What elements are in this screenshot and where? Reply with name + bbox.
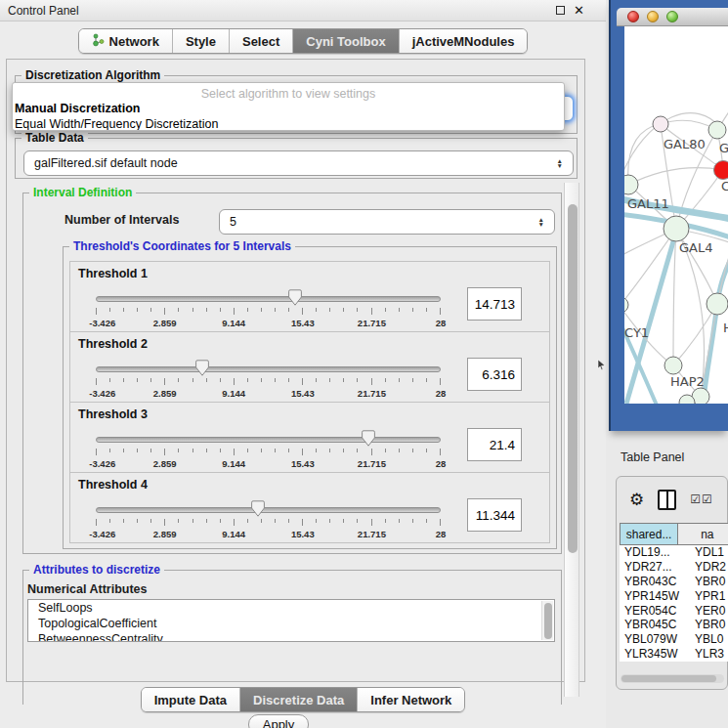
tab-discretize-data[interactable]: Discretize Data	[239, 688, 357, 711]
tick-mark	[164, 519, 165, 526]
network-edge[interactable]	[624, 229, 676, 306]
network-node[interactable]	[707, 293, 728, 315]
slider-track[interactable]	[96, 507, 441, 513]
name-cell[interactable]: YLR3	[691, 647, 728, 661]
minimize-traffic-light-icon[interactable]	[647, 11, 659, 22]
table-row[interactable]: YBL079WYBL0	[620, 632, 728, 647]
name-cell[interactable]: YBL0	[691, 632, 728, 646]
threshold-slider[interactable]: -3.4262.8599.14415.4321.71528	[96, 362, 441, 401]
table-row[interactable]: YBR045CYBR0	[620, 618, 728, 632]
name-cell[interactable]: YBR0	[691, 575, 728, 588]
network-node[interactable]	[708, 121, 726, 139]
name-cell[interactable]: YPR1	[691, 589, 728, 603]
scrollbar-thumb[interactable]	[568, 204, 578, 553]
threshold-slider[interactable]: -3.4262.8599.14415.4321.71528	[96, 432, 441, 471]
threshold-row-2: Threshold 2 -3.4262.8599.14415.4321.7152…	[69, 331, 550, 403]
slider-track[interactable]	[96, 296, 441, 302]
float-window-icon[interactable]	[556, 6, 565, 15]
tab-label: Impute Data	[154, 693, 227, 707]
network-node-label: GCY1	[624, 325, 649, 340]
close-traffic-light-icon[interactable]	[627, 11, 639, 22]
settings-scrollbar[interactable]	[564, 183, 579, 697]
table-data-combobox[interactable]: galFiltered.sif default node ▲▼	[23, 150, 574, 176]
popup-option-manual-discretization[interactable]: Manual Discretization	[13, 101, 564, 116]
threshold-value-field[interactable]: 14.713	[467, 287, 522, 321]
popup-option-equal-width-frequency[interactable]: Equal Width/Frequency Discretization	[13, 116, 564, 131]
network-canvas[interactable]: GAL80G.GAL11CGAL4GCY1HHAP2	[624, 26, 728, 404]
network-node[interactable]	[664, 357, 682, 374]
tab-select[interactable]: Select	[229, 29, 292, 53]
threshold-value-field[interactable]: 21.4	[467, 428, 522, 461]
shared-name-cell[interactable]: YER054C	[620, 604, 691, 618]
shared-name-cell[interactable]: YPR145W	[620, 589, 691, 603]
scale-tick-label: 9.144	[222, 529, 245, 539]
threshold-slider[interactable]: -3.4262.8599.14415.4321.71528	[96, 291, 441, 330]
zoom-traffic-light-icon[interactable]	[666, 11, 678, 22]
name-cell[interactable]: YDR2	[691, 560, 728, 574]
network-node[interactable]	[714, 161, 728, 180]
table-row[interactable]: YLR345WYLR3	[620, 647, 728, 662]
shared-name-cell[interactable]: YBR045C	[620, 618, 691, 631]
table-horizontal-scrollbar[interactable]	[621, 674, 724, 683]
shared-name-cell[interactable]: YLR345W	[620, 647, 691, 661]
tab-style[interactable]: Style	[172, 29, 229, 53]
table-row[interactable]: YPR145WYPR1	[620, 588, 728, 603]
name-cell[interactable]: YDL1	[691, 545, 728, 559]
name-cell[interactable]: YBR0	[691, 618, 728, 631]
table-row[interactable]: YDR27...YDR2	[620, 560, 728, 575]
network-edge[interactable]	[673, 229, 676, 365]
tick-mark	[385, 519, 386, 523]
shared-name-cell[interactable]: YBR043C	[620, 575, 691, 588]
tab-cyni-toolbox[interactable]: Cyni Toolbox	[292, 29, 398, 53]
threshold-value-field[interactable]: 11.344	[467, 498, 522, 532]
slider-track[interactable]	[96, 366, 441, 372]
column-header-name[interactable]: na	[677, 523, 728, 545]
split-columns-icon[interactable]	[658, 490, 676, 510]
tab-impute-data[interactable]: Impute Data	[142, 688, 239, 711]
table-row[interactable]: YER054CYER0	[620, 603, 728, 618]
threshold-slider[interactable]: -3.4262.8599.14415.4321.71528	[96, 502, 441, 541]
scale-tick-label: 15.43	[291, 458, 315, 469]
tick-mark	[316, 378, 317, 382]
shared-name-cell[interactable]: YDR27...	[620, 560, 691, 574]
scale-tick-label: 15.43	[291, 318, 315, 328]
select-columns-icon[interactable]: ☑☑	[690, 492, 713, 506]
network-window-titlebar[interactable]	[617, 8, 728, 26]
network-node[interactable]	[624, 297, 628, 313]
slider-thumb[interactable]	[251, 500, 265, 517]
threshold-value-field[interactable]: 6.316	[467, 358, 522, 391]
apply-button[interactable]: Apply	[248, 714, 309, 728]
number-of-intervals-combobox[interactable]: 5 ▲▼	[219, 209, 555, 235]
table-row[interactable]: YDL19...YDL1	[620, 545, 728, 560]
threshold-row-4: Threshold 4 -3.4262.8599.14415.4321.7152…	[69, 472, 550, 543]
numerical-attributes-list[interactable]: SelfLoopsTopologicalCoefficientBetweenne…	[27, 599, 555, 642]
slider-thumb[interactable]	[362, 430, 375, 447]
tab-infer-network[interactable]: Infer Network	[357, 688, 464, 711]
slider-thumb[interactable]	[288, 289, 302, 306]
network-view-window[interactable]: GAL80G.GAL11CGAL4GCY1HHAP2	[609, 0, 728, 431]
list-scrollbar[interactable]	[541, 601, 553, 640]
name-cell[interactable]: YER0	[691, 604, 728, 618]
tab-jactivemnodules[interactable]: jActiveMNodules	[399, 29, 528, 53]
network-node[interactable]	[653, 116, 668, 132]
network-edge[interactable]	[628, 168, 723, 185]
shared-name-cell[interactable]: YBL079W	[620, 632, 691, 646]
table-row[interactable]: YIL052CYIL0	[620, 661, 728, 662]
numerical-attribute-item[interactable]: SelfLoops	[28, 600, 554, 616]
column-header-shared-name[interactable]: shared...	[620, 523, 678, 545]
gear-icon[interactable]: ⚙	[629, 492, 644, 508]
slider-track[interactable]	[96, 437, 441, 443]
numerical-attribute-item[interactable]: TopologicalCoefficient	[28, 616, 554, 631]
group-title: Threshold's Coordinates for 5 Intervals	[69, 239, 295, 253]
numerical-attribute-item[interactable]: BetweennessCentrality	[28, 631, 554, 642]
shared-name-cell[interactable]: YDL19...	[620, 545, 691, 559]
node-table[interactable]: shared... na YDL19...YDL1YDR27...YDR2YBR…	[620, 523, 728, 662]
network-icon	[92, 33, 105, 50]
tick-mark	[137, 519, 138, 523]
network-edge[interactable]	[626, 232, 676, 404]
network-node[interactable]	[664, 216, 689, 241]
close-icon[interactable]: ✕	[574, 6, 584, 16]
slider-thumb[interactable]	[195, 360, 209, 376]
tab-network[interactable]: Network	[79, 29, 172, 53]
table-row[interactable]: YBR043CYBR0	[620, 575, 728, 589]
